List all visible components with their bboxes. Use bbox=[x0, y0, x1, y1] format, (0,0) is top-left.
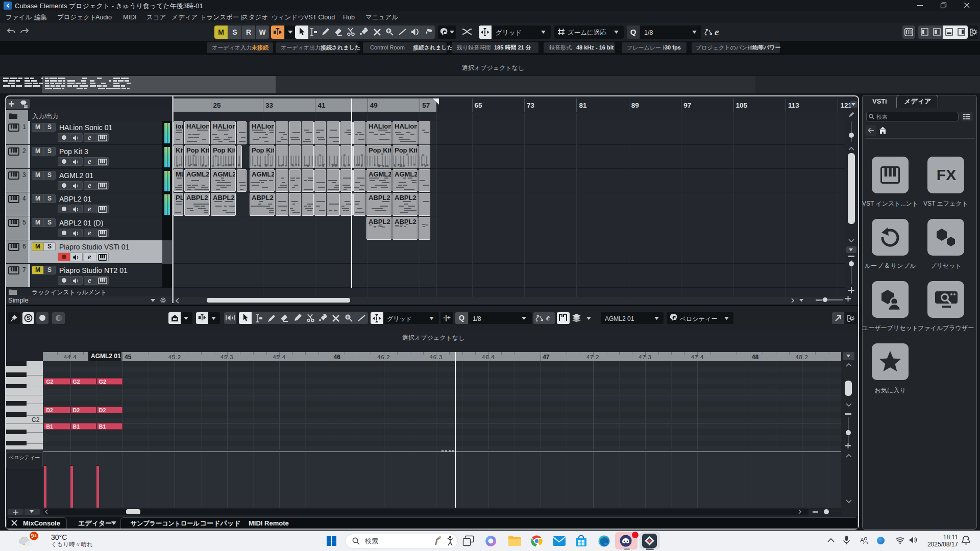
svg-text:FX: FX bbox=[937, 166, 956, 183]
svg-text:S: S bbox=[27, 315, 30, 321]
svg-text:z: z bbox=[967, 537, 969, 540]
svg-text:A: A bbox=[860, 537, 864, 544]
